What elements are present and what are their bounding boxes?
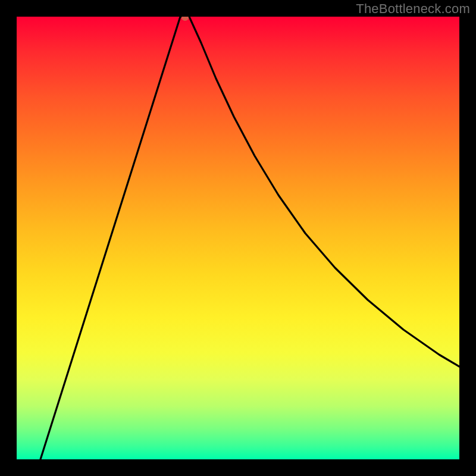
- curve-svg: [17, 17, 459, 459]
- plot-area: [17, 17, 459, 459]
- min-marker: [181, 17, 189, 21]
- bottleneck-curve: [40, 17, 459, 459]
- watermark-text: TheBottleneck.com: [356, 1, 470, 17]
- chart-frame: TheBottleneck.com: [0, 0, 476, 476]
